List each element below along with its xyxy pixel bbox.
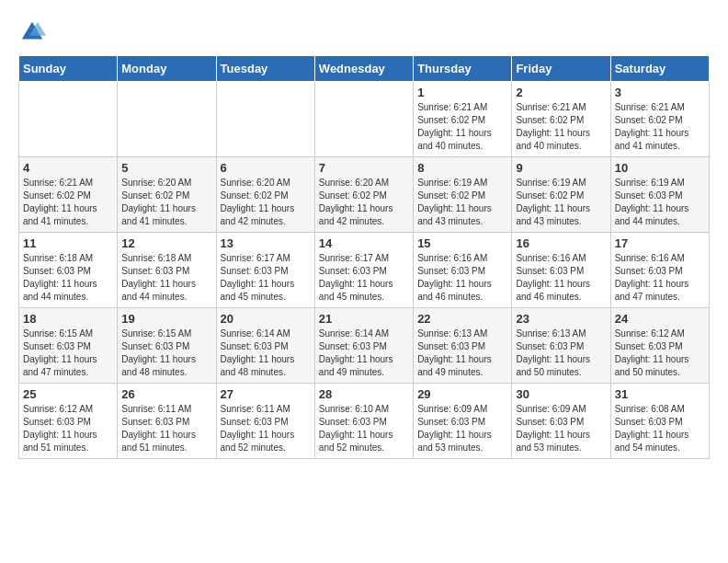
day-number: 15 (417, 236, 507, 250)
day-info: Sunrise: 6:13 AM Sunset: 6:03 PM Dayligh… (516, 327, 606, 379)
day-cell: 16Sunrise: 6:16 AM Sunset: 6:03 PM Dayli… (512, 233, 610, 308)
day-cell: 8Sunrise: 6:19 AM Sunset: 6:02 PM Daylig… (414, 157, 512, 233)
day-number: 30 (516, 387, 606, 401)
day-cell: 18Sunrise: 6:15 AM Sunset: 6:03 PM Dayli… (19, 308, 118, 384)
day-number: 29 (417, 387, 507, 401)
day-info: Sunrise: 6:19 AM Sunset: 6:02 PM Dayligh… (417, 177, 507, 228)
day-info: Sunrise: 6:18 AM Sunset: 6:03 PM Dayligh… (121, 252, 211, 304)
day-number: 22 (417, 312, 507, 326)
day-cell: 19Sunrise: 6:15 AM Sunset: 6:03 PM Dayli… (118, 308, 216, 384)
header-cell-thursday: Thursday (414, 56, 512, 82)
header-cell-saturday: Saturday (610, 56, 709, 82)
day-cell: 26Sunrise: 6:11 AM Sunset: 6:03 PM Dayli… (118, 384, 216, 459)
day-cell: 5Sunrise: 6:20 AM Sunset: 6:02 PM Daylig… (118, 157, 216, 233)
day-cell (314, 82, 413, 157)
week-row-2: 4Sunrise: 6:21 AM Sunset: 6:02 PM Daylig… (19, 157, 710, 233)
day-cell: 29Sunrise: 6:09 AM Sunset: 6:03 PM Dayli… (414, 384, 512, 459)
header-cell-wednesday: Wednesday (314, 56, 413, 82)
week-row-5: 25Sunrise: 6:12 AM Sunset: 6:03 PM Dayli… (19, 384, 710, 459)
day-number: 19 (121, 312, 211, 326)
day-cell: 14Sunrise: 6:17 AM Sunset: 6:03 PM Dayli… (314, 233, 413, 308)
day-cell: 27Sunrise: 6:11 AM Sunset: 6:03 PM Dayli… (216, 384, 314, 459)
day-info: Sunrise: 6:20 AM Sunset: 6:02 PM Dayligh… (319, 177, 409, 228)
day-cell: 15Sunrise: 6:16 AM Sunset: 6:03 PM Dayli… (414, 233, 512, 308)
day-number: 2 (516, 86, 606, 99)
day-cell: 13Sunrise: 6:17 AM Sunset: 6:03 PM Dayli… (216, 233, 314, 308)
day-number: 17 (615, 236, 705, 250)
day-cell: 4Sunrise: 6:21 AM Sunset: 6:02 PM Daylig… (19, 157, 118, 233)
day-info: Sunrise: 6:19 AM Sunset: 6:03 PM Dayligh… (615, 177, 705, 228)
day-cell: 21Sunrise: 6:14 AM Sunset: 6:03 PM Dayli… (314, 308, 413, 384)
day-info: Sunrise: 6:16 AM Sunset: 6:03 PM Dayligh… (417, 252, 507, 304)
day-info: Sunrise: 6:15 AM Sunset: 6:03 PM Dayligh… (23, 327, 113, 379)
day-info: Sunrise: 6:21 AM Sunset: 6:02 PM Dayligh… (615, 101, 705, 153)
header-cell-friday: Friday (512, 56, 610, 82)
day-number: 6 (221, 161, 311, 175)
day-info: Sunrise: 6:20 AM Sunset: 6:02 PM Dayligh… (221, 177, 311, 228)
day-number: 31 (615, 387, 705, 401)
day-number: 10 (615, 161, 705, 175)
day-cell: 17Sunrise: 6:16 AM Sunset: 6:03 PM Dayli… (610, 233, 709, 308)
day-info: Sunrise: 6:09 AM Sunset: 6:03 PM Dayligh… (417, 403, 507, 454)
day-number: 1 (417, 86, 507, 99)
day-cell: 31Sunrise: 6:08 AM Sunset: 6:03 PM Dayli… (610, 384, 709, 459)
day-info: Sunrise: 6:21 AM Sunset: 6:02 PM Dayligh… (417, 101, 507, 153)
week-row-4: 18Sunrise: 6:15 AM Sunset: 6:03 PM Dayli… (19, 308, 710, 384)
day-cell: 10Sunrise: 6:19 AM Sunset: 6:03 PM Dayli… (610, 157, 709, 233)
header-cell-monday: Monday (118, 56, 216, 82)
day-number: 12 (121, 236, 211, 250)
logo (18, 18, 50, 46)
day-cell (216, 82, 314, 157)
day-info: Sunrise: 6:19 AM Sunset: 6:02 PM Dayligh… (516, 177, 606, 228)
day-number: 20 (221, 312, 311, 326)
day-info: Sunrise: 6:18 AM Sunset: 6:03 PM Dayligh… (23, 252, 113, 304)
day-cell: 30Sunrise: 6:09 AM Sunset: 6:03 PM Dayli… (512, 384, 610, 459)
header-cell-tuesday: Tuesday (216, 56, 314, 82)
day-number: 8 (417, 161, 507, 175)
day-info: Sunrise: 6:11 AM Sunset: 6:03 PM Dayligh… (121, 403, 211, 454)
logo-icon (18, 18, 46, 46)
day-cell: 2Sunrise: 6:21 AM Sunset: 6:02 PM Daylig… (512, 82, 610, 157)
day-number: 24 (615, 312, 705, 326)
day-cell: 23Sunrise: 6:13 AM Sunset: 6:03 PM Dayli… (512, 308, 610, 384)
day-info: Sunrise: 6:14 AM Sunset: 6:03 PM Dayligh… (319, 327, 409, 379)
day-info: Sunrise: 6:08 AM Sunset: 6:03 PM Dayligh… (615, 403, 705, 454)
day-cell: 22Sunrise: 6:13 AM Sunset: 6:03 PM Dayli… (414, 308, 512, 384)
day-number: 21 (319, 312, 409, 326)
day-number: 7 (319, 161, 409, 175)
day-number: 3 (615, 86, 705, 99)
day-cell: 7Sunrise: 6:20 AM Sunset: 6:02 PM Daylig… (314, 157, 413, 233)
day-number: 13 (221, 236, 311, 250)
day-number: 16 (516, 236, 606, 250)
header-cell-sunday: Sunday (19, 56, 118, 82)
day-cell: 6Sunrise: 6:20 AM Sunset: 6:02 PM Daylig… (216, 157, 314, 233)
day-cell: 1Sunrise: 6:21 AM Sunset: 6:02 PM Daylig… (414, 82, 512, 157)
header-row: SundayMondayTuesdayWednesdayThursdayFrid… (19, 56, 710, 82)
day-cell: 11Sunrise: 6:18 AM Sunset: 6:03 PM Dayli… (19, 233, 118, 308)
day-info: Sunrise: 6:15 AM Sunset: 6:03 PM Dayligh… (121, 327, 211, 379)
day-cell: 25Sunrise: 6:12 AM Sunset: 6:03 PM Dayli… (19, 384, 118, 459)
day-cell: 28Sunrise: 6:10 AM Sunset: 6:03 PM Dayli… (314, 384, 413, 459)
day-cell: 20Sunrise: 6:14 AM Sunset: 6:03 PM Dayli… (216, 308, 314, 384)
day-info: Sunrise: 6:13 AM Sunset: 6:03 PM Dayligh… (417, 327, 507, 379)
day-info: Sunrise: 6:12 AM Sunset: 6:03 PM Dayligh… (615, 327, 705, 379)
day-cell (118, 82, 216, 157)
day-info: Sunrise: 6:21 AM Sunset: 6:02 PM Dayligh… (516, 101, 606, 153)
day-info: Sunrise: 6:16 AM Sunset: 6:03 PM Dayligh… (516, 252, 606, 304)
header (18, 18, 710, 46)
day-number: 18 (23, 312, 113, 326)
day-number: 5 (121, 161, 211, 175)
day-number: 27 (221, 387, 311, 401)
calendar-table: SundayMondayTuesdayWednesdayThursdayFrid… (18, 55, 710, 459)
day-info: Sunrise: 6:20 AM Sunset: 6:02 PM Dayligh… (121, 177, 211, 228)
day-cell: 24Sunrise: 6:12 AM Sunset: 6:03 PM Dayli… (610, 308, 709, 384)
day-cell: 3Sunrise: 6:21 AM Sunset: 6:02 PM Daylig… (610, 82, 709, 157)
day-info: Sunrise: 6:16 AM Sunset: 6:03 PM Dayligh… (615, 252, 705, 304)
day-info: Sunrise: 6:10 AM Sunset: 6:03 PM Dayligh… (319, 403, 409, 454)
day-number: 11 (23, 236, 113, 250)
day-number: 23 (516, 312, 606, 326)
day-number: 4 (23, 161, 113, 175)
day-info: Sunrise: 6:21 AM Sunset: 6:02 PM Dayligh… (23, 177, 113, 228)
day-cell: 12Sunrise: 6:18 AM Sunset: 6:03 PM Dayli… (118, 233, 216, 308)
day-number: 14 (319, 236, 409, 250)
